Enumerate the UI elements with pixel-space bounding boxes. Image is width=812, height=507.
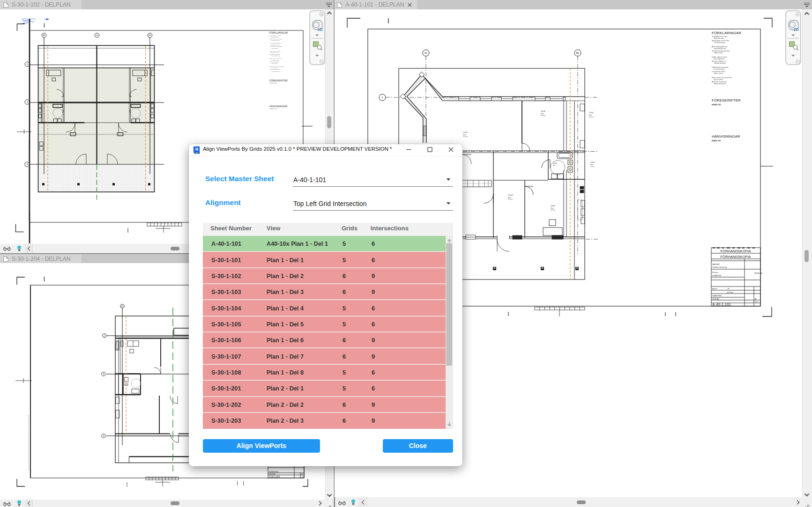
svg-text:13,1 m²: 13,1 m²: [589, 116, 594, 118]
svg-text:Tread lightly, she is near: Tread lightly, she is near: [712, 36, 727, 37]
svg-text:2xH4S: 2xH4S: [463, 132, 468, 133]
svg-text:Tarnished with rust,: Tarnished with rust,: [714, 48, 726, 50]
svg-text:2xH4S: 2xH4S: [551, 205, 555, 207]
svg-text:Sovr: Sovr: [541, 113, 544, 115]
svg-text:Under the snow,: Under the snow,: [714, 37, 724, 39]
svg-text:Fallen to dust.: Fallen to dust.: [271, 48, 278, 49]
svg-text:1:50: 1:50: [755, 301, 758, 303]
svg-text:FÖRESKRIFTER: FÖRESKRIFTER: [712, 98, 741, 103]
svg-text:75,2 m²: 75,2 m²: [463, 136, 468, 138]
svg-text:PLANRITNING: PLANRITNING: [269, 471, 279, 473]
svg-text:EXEMPEL TEXT: EXEMPEL TEXT: [269, 108, 277, 109]
svg-text:TH: TH: [727, 288, 730, 290]
svg-text:HÄNVISNINGAR: HÄNVISNINGAR: [712, 134, 740, 139]
svg-text:She that was young and fair: She that was young and fair: [269, 46, 283, 47]
svg-text:A3: A3: [301, 473, 303, 475]
svg-text:FÖRKLARINGAR: FÖRKLARINGAR: [269, 31, 288, 34]
svg-text:19,3 m²: 19,3 m²: [551, 209, 556, 211]
svg-text:All her bright golden hair: All her bright golden hair: [269, 43, 281, 44]
svg-text:Sovr: Sovr: [508, 197, 511, 198]
svg-text:2: 2: [104, 335, 105, 337]
svg-text:1:50: 1:50: [301, 476, 304, 478]
svg-text:2xH4S: 2xH4S: [590, 162, 595, 163]
svg-text:Sovr: Sovr: [589, 114, 592, 116]
svg-text:EXEMPEL TEXT: EXEMPEL TEXT: [712, 104, 721, 106]
svg-text:Sweetly she grew.: Sweetly she grew.: [714, 62, 726, 64]
svg-text:Heap earth upon it.: Heap earth upon it.: [271, 71, 281, 72]
svg-text:2D: 2D: [318, 27, 323, 32]
svg-text:Thorbjörn Hoverberg: Thorbjörn Hoverberg: [712, 266, 727, 268]
svg-text:B1: B1: [43, 34, 45, 37]
svg-text:She is at rest.: She is at rest.: [714, 73, 723, 74]
svg-text:She is at rest.: She is at rest.: [271, 63, 278, 64]
svg-text:I vex my heart alone,: I vex my heart alone,: [712, 71, 725, 73]
svg-text:She hardly knew: She hardly knew: [714, 58, 725, 60]
svg-text:FÖRKLARINGAR: FÖRKLARINGAR: [712, 31, 741, 35]
svg-text:3: 3: [103, 373, 104, 375]
svg-text:Sovr: Sovr: [463, 134, 466, 136]
svg-text:1: 1: [381, 96, 383, 99]
svg-text:Fallen to dust.: Fallen to dust.: [714, 52, 723, 54]
svg-text:All my life's buried here,: All my life's buried here,: [712, 81, 727, 83]
svg-text:Lily-like, white as snow,: Lily-like, white as snow,: [712, 56, 727, 58]
svg-text:Lyre or sonnet,: Lyre or sonnet,: [714, 79, 723, 81]
svg-text:All her bright golden hair: All her bright golden hair: [712, 46, 728, 48]
svg-text:2D: 2D: [794, 27, 799, 32]
svg-text:EXEMPEL TEXT: EXEMPEL TEXT: [712, 140, 721, 142]
svg-text:Approver: Approver: [712, 288, 717, 290]
svg-text:Peace, peace, she cannot hear: Peace, peace, she cannot hear: [712, 77, 732, 79]
svg-text:She that was young and fair: She that was young and fair: [712, 50, 730, 52]
svg-text:A1: A1: [425, 51, 428, 54]
svg-text:A-40-1-101: A-40-1-101: [712, 302, 731, 307]
svg-text:Coffin-board, heavy stone,: Coffin-board, heavy stone,: [712, 66, 729, 68]
svg-text:BESTÄLLARE: BESTÄLLARE: [754, 272, 762, 274]
svg-text:EXEMPEL TEXT: EXEMPEL TEXT: [269, 82, 277, 83]
svg-text:FÖRHANDSKOPIA: FÖRHANDSKOPIA: [720, 255, 751, 259]
svg-text:Sweetly she grew.: Sweetly she grew.: [271, 55, 280, 56]
svg-text:R: R: [195, 147, 199, 152]
svg-text:HÄNVISNINGAR: HÄNVISNINGAR: [269, 105, 287, 108]
svg-text:SYMETR/8: SYMETR/8: [712, 275, 721, 277]
svg-text:Lie on her breast,: Lie on her breast,: [714, 68, 725, 70]
svg-text:DELPLAN: DELPLAN: [269, 473, 276, 475]
svg-text:Heap earth upon it.: Heap earth upon it.: [714, 83, 726, 85]
svg-text:The daisies grow.: The daisies grow.: [714, 42, 725, 44]
svg-text:RVT: RVT: [196, 152, 199, 154]
svg-text:3: 3: [27, 101, 28, 103]
svg-text:2xH4LS: 2xH4LS: [508, 194, 513, 196]
svg-text:PLANRITNING: PLANRITNING: [712, 295, 722, 297]
svg-text:C1: C1: [121, 305, 124, 308]
svg-text:FÖRHANDSKOPIA: FÖRHANDSKOPIA: [720, 249, 751, 253]
svg-text:DELPLAN: DELPLAN: [712, 298, 719, 300]
svg-text:B170313: B170313: [727, 292, 733, 294]
svg-text:FÖRESKRIFTER: FÖRESKRIFTER: [269, 79, 288, 82]
svg-text:2xH4S: 2xH4S: [589, 112, 594, 114]
svg-text:2xH7A: 2xH7A: [541, 110, 545, 112]
svg-text:Hersons: Hersons: [712, 272, 718, 273]
svg-text:24,3 m²: 24,3 m²: [541, 115, 546, 117]
svg-text:A1: A1: [755, 298, 757, 300]
svg-text:The daisies grow.: The daisies grow.: [271, 40, 280, 41]
svg-text:Speak gently, she can hear: Speak gently, she can hear: [712, 40, 729, 42]
svg-text:Sovr: Sovr: [551, 207, 554, 209]
svg-text:Sovr: Sovr: [590, 164, 594, 166]
svg-text:Sovr: Sovr: [553, 164, 556, 166]
svg-text:D1: D1: [149, 34, 151, 37]
svg-text:She was a woman, so: She was a woman, so: [712, 60, 726, 62]
svg-text:4: 4: [27, 163, 28, 166]
svg-text:C1: C1: [96, 34, 98, 37]
svg-text:30,1 m²: 30,1 m²: [508, 198, 513, 200]
svg-text:FALKEN: FALKEN: [712, 263, 719, 265]
svg-text:4,1 m²: 4,1 m²: [590, 166, 595, 168]
svg-text:2: 2: [27, 63, 28, 66]
svg-text:B1: B1: [576, 51, 580, 54]
svg-text:S-30-1-204: S-30-1-204: [269, 476, 280, 478]
svg-text:She hardly knew: She hardly knew: [271, 52, 279, 53]
svg-text:4: 4: [103, 435, 104, 437]
